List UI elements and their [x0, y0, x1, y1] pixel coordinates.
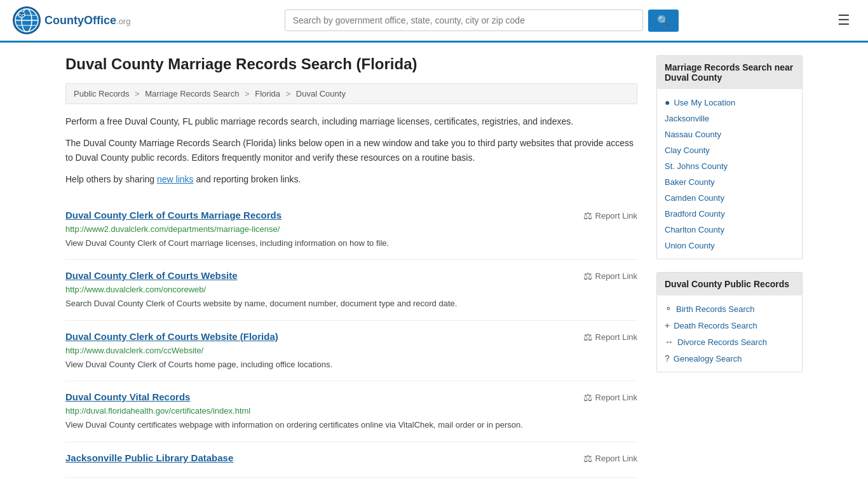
- sidebar: Marriage Records Search near Duval Count…: [656, 55, 803, 478]
- intro-text2: The Duval County Marriage Records Search…: [65, 136, 637, 165]
- logo-text: CountyOffice.org: [44, 14, 130, 27]
- result-url-1[interactable]: http://www2.duvalclerk.com/departments/m…: [65, 224, 637, 234]
- sidebar-link-clay[interactable]: Clay County: [665, 142, 794, 158]
- result-url-2[interactable]: http://www.duvalclerk.com/oncoreweb/: [65, 285, 637, 294]
- report-link-5[interactable]: ⚖ Report Link: [583, 452, 637, 464]
- logo-icon: CO: [13, 6, 41, 34]
- breadcrumb-public-records[interactable]: Public Records: [74, 89, 129, 98]
- new-links-link[interactable]: new links: [157, 174, 194, 184]
- sidebar-nearby-section: Marriage Records Search near Duval Count…: [656, 55, 803, 259]
- logo-area: CO CountyOffice.org: [13, 6, 130, 34]
- sidebar-link-use-my-location[interactable]: ● Use My Location: [665, 94, 794, 111]
- result-title-4[interactable]: Duval County Vital Records: [65, 391, 190, 402]
- sidebar-link-baker[interactable]: Baker County: [665, 174, 794, 190]
- location-icon: ●: [665, 97, 670, 107]
- content-area: Duval County Marriage Records Search (Fl…: [65, 55, 637, 478]
- sidebar-link-bradford[interactable]: Bradford County: [665, 206, 794, 222]
- sidebar-link-union[interactable]: Union County: [665, 238, 794, 254]
- person-icon: ⚬: [665, 304, 672, 314]
- main-container: Duval County Marriage Records Search (Fl…: [53, 43, 815, 488]
- sidebar-link-charlton[interactable]: Charlton County: [665, 222, 794, 238]
- result-header-4: Duval County Vital Records ⚖ Report Link: [65, 391, 637, 403]
- result-title-5[interactable]: Jacksonville Public Library Database: [65, 452, 233, 463]
- sidebar-link-camden[interactable]: Camden County: [665, 190, 794, 206]
- sidebar-link-jacksonville[interactable]: Jacksonville: [665, 111, 794, 126]
- sidebar-nearby-links: ● Use My Location Jacksonville Nassau Co…: [657, 89, 802, 259]
- result-desc-3: View Duval County Clerk of Courts home p…: [65, 358, 637, 371]
- result-desc-4: View Duval County certificates webpage w…: [65, 419, 637, 431]
- search-area: 🔍: [285, 10, 679, 32]
- result-url-4[interactable]: http://duval.floridahealth.gov/certifica…: [65, 406, 637, 416]
- report-link-2[interactable]: ⚖ Report Link: [583, 270, 637, 282]
- result-desc-1: View Duval County Clerk of Court marriag…: [65, 237, 637, 250]
- report-link-1[interactable]: ⚖ Report Link: [583, 210, 637, 222]
- results-list: Duval County Clerk of Courts Marriage Re…: [65, 200, 637, 478]
- cross-icon: +: [665, 320, 670, 330]
- sidebar-link-genealogy[interactable]: ? Genealogy Search: [665, 350, 794, 367]
- result-title-3[interactable]: Duval County Clerk of Courts Website (Fl…: [65, 331, 278, 342]
- sidebar-link-birth-records[interactable]: ⚬ Birth Records Search: [665, 301, 794, 317]
- sidebar-link-divorce-records[interactable]: ↔ Divorce Records Search: [665, 334, 794, 350]
- result-item-1: Duval County Clerk of Courts Marriage Re…: [65, 200, 637, 261]
- report-link-3[interactable]: ⚖ Report Link: [583, 331, 637, 343]
- help-text: Help others by sharing new links and rep…: [65, 172, 637, 186]
- svg-text:CO: CO: [18, 13, 25, 18]
- result-url-3[interactable]: http://www.duvalclerk.com/ccWebsite/: [65, 346, 637, 355]
- result-item-4: Duval County Vital Records ⚖ Report Link…: [65, 381, 637, 442]
- page-title: Duval County Marriage Records Search (Fl…: [65, 55, 637, 73]
- result-header-5: Jacksonville Public Library Database ⚖ R…: [65, 452, 637, 464]
- breadcrumb-marriage-records[interactable]: Marriage Records Search: [145, 89, 239, 98]
- sidebar-link-nassau[interactable]: Nassau County: [665, 126, 794, 142]
- sidebar-records-section: Duval County Public Records ⚬ Birth Reco…: [656, 272, 803, 372]
- result-title-1[interactable]: Duval County Clerk of Courts Marriage Re…: [65, 210, 281, 220]
- result-header-3: Duval County Clerk of Courts Website (Fl…: [65, 331, 637, 343]
- result-header-1: Duval County Clerk of Courts Marriage Re…: [65, 210, 637, 222]
- sidebar-records-title: Duval County Public Records: [657, 273, 802, 295]
- result-item-3: Duval County Clerk of Courts Website (Fl…: [65, 321, 637, 382]
- arrows-icon: ↔: [665, 337, 674, 347]
- result-title-2[interactable]: Duval County Clerk of Courts Website: [65, 270, 238, 281]
- breadcrumb-duval-county[interactable]: Duval County: [296, 89, 346, 98]
- header: CO CountyOffice.org 🔍 ☰: [0, 0, 868, 43]
- sidebar-records-links: ⚬ Birth Records Search + Death Records S…: [657, 295, 802, 372]
- intro-text: Perform a free Duval County, FL public m…: [65, 114, 637, 128]
- question-icon: ?: [665, 353, 670, 363]
- breadcrumb: Public Records > Marriage Records Search…: [65, 83, 637, 104]
- sidebar-link-st-johns[interactable]: St. Johns County: [665, 158, 794, 174]
- sidebar-nearby-title: Marriage Records Search near Duval Count…: [657, 56, 802, 89]
- search-button[interactable]: 🔍: [648, 10, 679, 32]
- result-item-2: Duval County Clerk of Courts Website ⚖ R…: [65, 260, 637, 321]
- result-item-5: Jacksonville Public Library Database ⚖ R…: [65, 442, 637, 478]
- result-desc-2: Search Duval County Clerk of Courts webs…: [65, 297, 637, 310]
- search-input[interactable]: [285, 10, 643, 31]
- report-link-4[interactable]: ⚖ Report Link: [583, 391, 637, 403]
- breadcrumb-florida[interactable]: Florida: [255, 89, 280, 98]
- menu-button[interactable]: ☰: [832, 10, 855, 31]
- result-header-2: Duval County Clerk of Courts Website ⚖ R…: [65, 270, 637, 282]
- sidebar-link-death-records[interactable]: + Death Records Search: [665, 317, 794, 334]
